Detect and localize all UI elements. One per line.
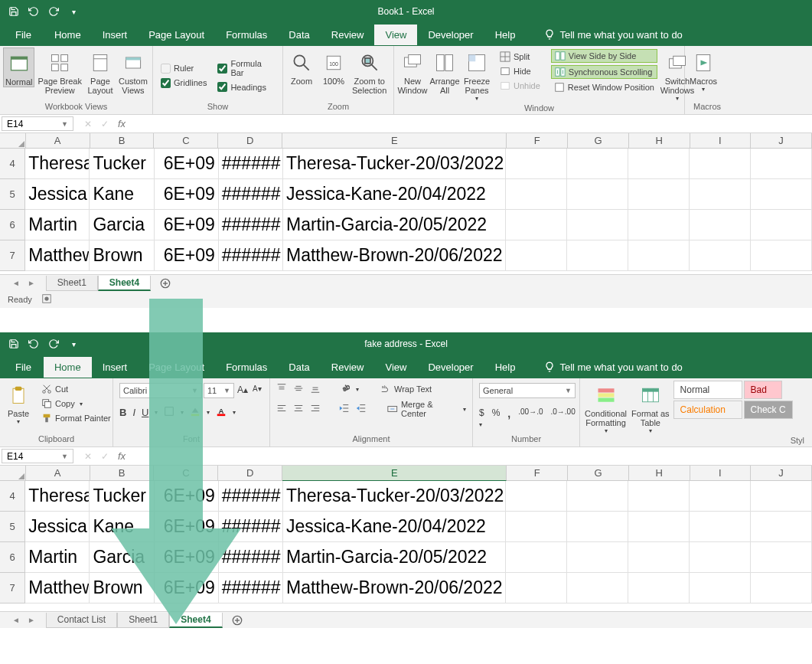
new-window-button[interactable]: New Window bbox=[397, 47, 428, 95]
cell[interactable] bbox=[567, 481, 628, 512]
name-box[interactable]: E14▼ bbox=[2, 116, 73, 131]
sheet-tab[interactable]: Sheet1 bbox=[46, 276, 98, 291]
align-middle-icon[interactable] bbox=[293, 383, 304, 395]
fx-icon[interactable]: fx bbox=[118, 450, 126, 462]
row-header[interactable]: 6 bbox=[0, 210, 25, 240]
cell[interactable] bbox=[567, 240, 628, 271]
row-header[interactable]: 6 bbox=[0, 542, 25, 573]
macro-record-icon[interactable] bbox=[41, 293, 52, 306]
style-normal[interactable]: Normal bbox=[673, 381, 742, 399]
cell[interactable]: Martin bbox=[25, 210, 90, 240]
column-header-A[interactable]: A bbox=[26, 466, 90, 481]
view-side-by-side-button[interactable]: View Side by Side bbox=[551, 49, 657, 63]
formula-input[interactable] bbox=[135, 115, 812, 132]
headings-checkbox[interactable]: Headings bbox=[217, 82, 275, 92]
cell[interactable]: Brown bbox=[90, 573, 154, 603]
column-header-I[interactable]: I bbox=[690, 466, 752, 481]
decrease-decimal-icon[interactable]: .0→.00 bbox=[551, 407, 576, 429]
formula-input[interactable] bbox=[135, 447, 812, 465]
menu-formulas[interactable]: Formulas bbox=[215, 25, 278, 45]
cell[interactable] bbox=[506, 542, 567, 573]
wrap-text-button[interactable]: abWrap Text bbox=[380, 384, 432, 394]
column-header-G[interactable]: G bbox=[568, 466, 629, 481]
cell[interactable] bbox=[751, 542, 812, 573]
border-button[interactable] bbox=[164, 406, 174, 418]
increase-font-icon[interactable]: A▴ bbox=[236, 383, 249, 398]
sheet-nav-prev-icon[interactable]: ◄ bbox=[12, 616, 20, 624]
cell[interactable] bbox=[628, 542, 690, 573]
cell[interactable]: Jessica-Kane-20/04/2022 bbox=[283, 512, 506, 542]
column-header-F[interactable]: F bbox=[507, 133, 568, 149]
formula-bar-checkbox[interactable]: Formula Bar bbox=[217, 59, 275, 77]
column-header-J[interactable]: J bbox=[751, 466, 812, 481]
zoom-button[interactable]: Zoom bbox=[286, 47, 317, 86]
cell[interactable] bbox=[567, 512, 628, 542]
reset-window-button[interactable]: Reset Window Position bbox=[551, 81, 657, 93]
cell[interactable] bbox=[628, 512, 690, 542]
cell[interactable] bbox=[751, 512, 812, 542]
cell[interactable]: Matthew-Brown-20/06/2022 bbox=[283, 573, 506, 603]
sheet-nav-prev-icon[interactable]: ◄ bbox=[12, 279, 20, 287]
cell[interactable]: Matthew bbox=[25, 573, 90, 603]
cell[interactable] bbox=[628, 240, 690, 271]
enter-icon[interactable]: ✓ bbox=[101, 119, 109, 129]
cell[interactable] bbox=[690, 573, 751, 603]
cell[interactable]: Tucker bbox=[90, 481, 154, 512]
tell-me[interactable]: Tell me what you want to do bbox=[533, 25, 693, 45]
cell[interactable]: 6E+09 bbox=[155, 149, 219, 179]
menu-data[interactable]: Data bbox=[278, 25, 320, 45]
cell[interactable] bbox=[506, 210, 567, 240]
comma-icon[interactable]: , bbox=[507, 407, 510, 429]
align-center-icon[interactable] bbox=[293, 403, 304, 415]
cell[interactable]: Kane bbox=[90, 512, 154, 542]
cell[interactable] bbox=[690, 512, 751, 542]
column-header-I[interactable]: I bbox=[690, 133, 752, 149]
align-right-icon[interactable] bbox=[310, 403, 321, 415]
zoom-selection-button[interactable]: Zoom to Selection bbox=[351, 47, 388, 95]
menu-view[interactable]: View bbox=[374, 25, 417, 45]
menu-home[interactable]: Home bbox=[44, 357, 92, 378]
row-header[interactable]: 5 bbox=[0, 512, 25, 542]
style-check-cell[interactable]: Check C bbox=[744, 401, 793, 419]
cell[interactable]: ###### bbox=[219, 512, 283, 542]
fill-color-button[interactable] bbox=[190, 406, 201, 418]
column-header-E[interactable]: E bbox=[282, 466, 507, 481]
cell[interactable] bbox=[751, 573, 812, 603]
menu-view[interactable]: View bbox=[374, 357, 417, 378]
conditional-formatting-button[interactable]: Conditional Formatting▾ bbox=[583, 380, 628, 434]
tell-me[interactable]: Tell me what you want to do bbox=[533, 357, 693, 378]
font-color-button[interactable]: A bbox=[216, 406, 227, 418]
cell[interactable]: Kane bbox=[90, 179, 154, 210]
zoom-100-button[interactable]: 100100% bbox=[318, 47, 349, 86]
freeze-panes-button[interactable]: Freeze Panes▾ bbox=[461, 47, 492, 102]
sheet-tab[interactable]: Sheet4 bbox=[98, 276, 151, 291]
format-painter-button[interactable]: Format Painter bbox=[38, 412, 114, 424]
select-all-corner[interactable] bbox=[0, 466, 26, 481]
cell[interactable]: Jessica bbox=[25, 179, 90, 210]
cell[interactable]: Garcia bbox=[90, 210, 154, 240]
column-header-A[interactable]: A bbox=[26, 133, 90, 149]
cell[interactable] bbox=[751, 481, 812, 512]
fx-icon[interactable]: fx bbox=[118, 118, 126, 129]
align-left-icon[interactable] bbox=[276, 403, 287, 415]
split-button[interactable]: Split bbox=[497, 51, 543, 63]
sheet-nav-next-icon[interactable]: ► bbox=[28, 279, 35, 287]
bold-button[interactable]: B bbox=[119, 407, 126, 418]
enter-icon[interactable]: ✓ bbox=[101, 451, 109, 462]
column-header-H[interactable]: H bbox=[629, 466, 690, 481]
cell[interactable]: Theresa bbox=[25, 481, 90, 512]
cell[interactable] bbox=[628, 481, 690, 512]
column-header-E[interactable]: E bbox=[282, 133, 507, 149]
cell[interactable]: Theresa bbox=[25, 149, 90, 179]
cell[interactable] bbox=[690, 179, 751, 210]
sheet-tab[interactable]: Sheet4 bbox=[169, 613, 222, 628]
cell[interactable]: ###### bbox=[219, 149, 283, 179]
hide-button[interactable]: Hide bbox=[497, 65, 543, 77]
menu-developer[interactable]: Developer bbox=[417, 25, 484, 45]
increase-indent-icon[interactable] bbox=[356, 403, 367, 415]
cell[interactable]: Jessica-Kane-20/04/2022 bbox=[283, 179, 506, 210]
cell[interactable] bbox=[628, 573, 690, 603]
cell[interactable]: Brown bbox=[90, 240, 154, 271]
cell[interactable]: ###### bbox=[219, 542, 283, 573]
cell[interactable] bbox=[690, 210, 751, 240]
